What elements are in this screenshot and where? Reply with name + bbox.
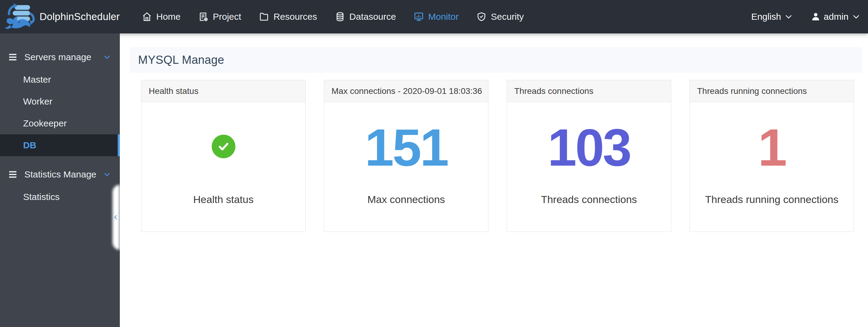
nav-item-project[interactable]: Project xyxy=(198,11,241,22)
user-icon xyxy=(811,12,820,22)
nav-item-label: Monitor xyxy=(428,11,459,22)
sidebar-group-statistics-manage[interactable]: Statistics Manage xyxy=(0,163,120,186)
sidebar-item-label: Statistics xyxy=(23,192,60,202)
sidebar-item-label: Zookeeper xyxy=(23,118,67,129)
sidebar-group-label: Statistics Manage xyxy=(24,169,96,179)
language-label: English xyxy=(751,11,781,22)
nav-right-section: English admin xyxy=(751,11,861,22)
card-label: Threads connections xyxy=(541,194,637,205)
sidebar-item-master[interactable]: Master xyxy=(0,69,120,91)
check-icon xyxy=(217,139,230,154)
sidebar-collapse-handle[interactable] xyxy=(112,211,120,223)
page-title: MYSQL Manage xyxy=(138,54,224,67)
home-icon xyxy=(142,11,152,22)
nav-item-label: Security xyxy=(491,11,524,22)
chevron-down-icon xyxy=(851,12,861,21)
card-health-status: Health status Health status xyxy=(141,80,306,232)
sidebar-item-label: Worker xyxy=(23,96,52,107)
page-title-bar: MYSQL Manage xyxy=(130,47,862,73)
menu-icon xyxy=(8,170,18,179)
nav-item-datasource[interactable]: Datasource xyxy=(335,11,396,22)
card-threads-running-connections: Threads running connections 1 Threads ru… xyxy=(689,80,854,232)
chevron-down-icon xyxy=(103,170,111,179)
chevron-down-icon xyxy=(103,53,111,61)
nav-item-resources[interactable]: Resources xyxy=(259,11,317,22)
sidebar-group-label: Servers manage xyxy=(24,52,91,62)
card-max-connections: Max connections - 2020-09-01 18:03:36 15… xyxy=(324,80,489,232)
sidebar-item-worker[interactable]: Worker xyxy=(0,91,120,112)
metric-value: 151 xyxy=(365,114,448,181)
main-menu: Home Project Resources xyxy=(142,11,524,22)
metric-cards-row: Health status Health status Max connecti… xyxy=(141,80,854,232)
card-label: Max connections xyxy=(367,194,445,205)
card-body: 103 Threads connections xyxy=(507,102,671,205)
sidebar-item-db[interactable]: DB xyxy=(0,134,120,156)
nav-item-home[interactable]: Home xyxy=(142,11,181,22)
check-circle-icon xyxy=(212,135,236,158)
chevron-left-icon xyxy=(112,213,120,221)
chevron-down-icon xyxy=(784,12,793,21)
app-title: DolphinScheduler xyxy=(39,11,120,23)
sidebar-item-statistics[interactable]: Statistics xyxy=(0,186,120,208)
monitor-icon xyxy=(414,11,424,22)
card-header: Threads running connections xyxy=(690,80,854,102)
card-body: 151 Max connections xyxy=(324,102,488,205)
menu-icon xyxy=(8,52,18,62)
nav-item-label: Home xyxy=(156,11,181,22)
security-icon xyxy=(476,11,487,22)
nav-item-label: Resources xyxy=(273,11,317,22)
project-icon xyxy=(198,11,209,22)
card-header: Health status xyxy=(142,80,305,102)
language-selector[interactable]: English xyxy=(751,11,793,22)
metric-value: 1 xyxy=(758,114,785,181)
sidebar: Servers manage Master Worker Zookeeper D… xyxy=(0,33,120,327)
card-header: Max connections - 2020-09-01 18:03:36 xyxy=(324,80,488,102)
sidebar-item-zookeeper[interactable]: Zookeeper xyxy=(0,112,120,134)
resources-icon xyxy=(259,11,269,22)
dolphin-scheduler-logo-icon xyxy=(4,3,36,31)
sidebar-item-label: Master xyxy=(23,74,51,85)
username-label: admin xyxy=(824,11,848,22)
nav-item-label: Datasource xyxy=(349,11,396,22)
datasource-icon xyxy=(335,11,345,22)
app-window: DolphinScheduler Home Project xyxy=(0,0,868,327)
card-header: Threads connections xyxy=(507,80,671,102)
main-content: MYSQL Manage Health status Health status… xyxy=(120,33,868,327)
sidebar-item-label: DB xyxy=(23,140,36,151)
top-navigation-bar: DolphinScheduler Home Project xyxy=(0,0,868,33)
card-threads-connections: Threads connections 103 Threads connecti… xyxy=(507,80,671,232)
card-label: Health status xyxy=(193,194,253,205)
card-body: 1 Threads running connections xyxy=(690,102,854,205)
nav-item-label: Project xyxy=(213,11,241,22)
sidebar-group-servers-manage[interactable]: Servers manage xyxy=(0,45,120,69)
nav-item-monitor[interactable]: Monitor xyxy=(414,11,459,22)
nav-item-security[interactable]: Security xyxy=(476,11,524,22)
user-menu[interactable]: admin xyxy=(811,11,861,22)
card-body: Health status xyxy=(142,102,305,205)
metric-value: 103 xyxy=(548,114,630,181)
brand[interactable]: DolphinScheduler xyxy=(4,3,120,31)
card-label: Threads running connections xyxy=(705,194,838,205)
